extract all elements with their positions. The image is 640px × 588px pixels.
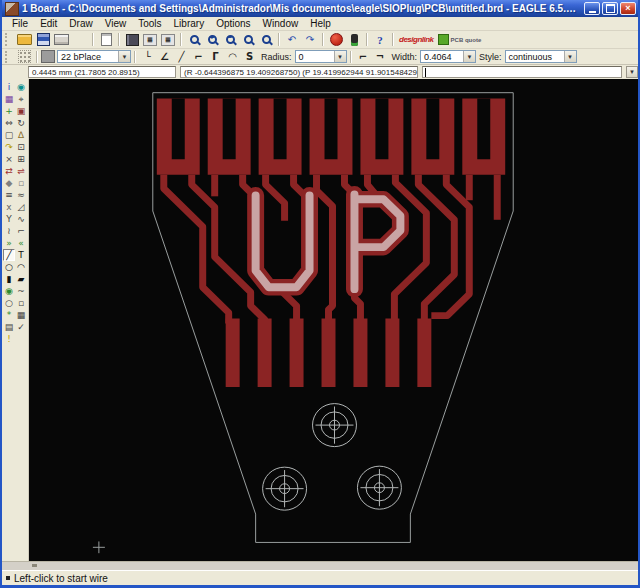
chevron-down-icon[interactable]: ▼ bbox=[118, 51, 130, 62]
tool-move[interactable]: + bbox=[3, 105, 15, 117]
stop-button[interactable] bbox=[327, 32, 345, 47]
tool-text[interactable]: T bbox=[15, 249, 27, 261]
tool-replace[interactable]: ⇌ bbox=[15, 165, 27, 177]
print-button[interactable] bbox=[52, 32, 71, 47]
menu-edit[interactable]: Edit bbox=[34, 18, 63, 29]
wire-bend-2-button[interactable]: ∠ bbox=[156, 49, 173, 65]
copper-fingers[interactable] bbox=[157, 99, 505, 175]
command-input[interactable] bbox=[422, 66, 622, 78]
tool-pinswap[interactable]: ⇄ bbox=[3, 165, 15, 177]
zoom-redraw-button[interactable] bbox=[239, 32, 257, 47]
tool-wire[interactable]: ╱ bbox=[3, 249, 15, 261]
zoom-fit-button[interactable] bbox=[185, 32, 203, 47]
tool-miter[interactable]: ◿ bbox=[15, 201, 27, 213]
tool-change[interactable]: ∆ bbox=[15, 129, 27, 141]
tool-info[interactable]: i bbox=[3, 81, 15, 93]
tool-via[interactable]: ◉ bbox=[3, 285, 15, 297]
board-text-up[interactable] bbox=[256, 194, 401, 289]
chevron-down-icon[interactable]: ▼ bbox=[463, 51, 475, 62]
menu-draw[interactable]: Draw bbox=[63, 18, 98, 29]
tool-value[interactable]: ≈ bbox=[15, 189, 27, 201]
tool-circle[interactable]: ○ bbox=[3, 261, 15, 273]
zoom-in-button[interactable]: + bbox=[203, 32, 221, 47]
ulp-button[interactable]: ≣ bbox=[159, 32, 177, 47]
wire-bend-1-button[interactable]: └ bbox=[139, 49, 156, 65]
grid-button[interactable] bbox=[15, 49, 33, 64]
redo-button[interactable]: ↷ bbox=[301, 32, 319, 47]
maximize-button[interactable] bbox=[602, 2, 618, 15]
tool-auto[interactable]: ▦ bbox=[15, 309, 27, 321]
wire-bend-4-button[interactable]: ⌐ bbox=[190, 49, 207, 65]
menu-library[interactable]: Library bbox=[168, 18, 211, 29]
board-canvas[interactable]: UP bbox=[29, 79, 638, 561]
help-button[interactable]: ? bbox=[371, 32, 389, 47]
copper-pads[interactable] bbox=[226, 319, 432, 387]
tool-mark[interactable]: ⌖ bbox=[15, 93, 27, 105]
drill-targets[interactable] bbox=[263, 404, 402, 511]
zoom-out-button[interactable]: − bbox=[221, 32, 239, 47]
tool-show[interactable]: ◉ bbox=[15, 81, 27, 93]
miter-style-2-button[interactable]: ¬ bbox=[372, 49, 389, 65]
tool-drc[interactable]: ▤ bbox=[3, 321, 15, 333]
tool-junction[interactable]: ▫ bbox=[15, 177, 27, 189]
menu-help[interactable]: Help bbox=[304, 18, 337, 29]
tool-warn[interactable]: ! bbox=[3, 333, 15, 345]
tool-polygon[interactable]: ▰ bbox=[15, 273, 27, 285]
tool-signal[interactable]: ~ bbox=[15, 285, 27, 297]
zoom-select-button[interactable] bbox=[257, 32, 275, 47]
wire-bend-7-button[interactable]: S bbox=[241, 49, 258, 65]
tool-optimize[interactable]: ∿ bbox=[15, 213, 27, 225]
tool-paste[interactable]: ⊡ bbox=[15, 141, 27, 153]
go-button[interactable] bbox=[345, 32, 363, 47]
tool-ripup[interactable]: « bbox=[15, 237, 27, 249]
menu-file[interactable]: File bbox=[6, 18, 34, 29]
menu-options[interactable]: Options bbox=[210, 18, 256, 29]
tool-smash[interactable]: x bbox=[3, 201, 15, 213]
tool-cut[interactable]: ↷ bbox=[3, 141, 15, 153]
tool-copy[interactable]: ▣ bbox=[15, 105, 27, 117]
title-bar[interactable]: 1 Board - C:\Documents and Settings\Admi… bbox=[2, 0, 638, 17]
library-button[interactable] bbox=[123, 32, 141, 47]
tool-hole[interactable]: ○ bbox=[3, 297, 15, 309]
tool-add[interactable]: ⊞ bbox=[15, 153, 27, 165]
menu-tools[interactable]: Tools bbox=[132, 18, 167, 29]
close-button[interactable]: × bbox=[620, 2, 636, 15]
tool-display[interactable]: ▦ bbox=[3, 93, 15, 105]
tool-ratsnest[interactable]: * bbox=[3, 309, 15, 321]
tool-pad[interactable]: ▫ bbox=[15, 297, 27, 309]
copper-traces[interactable] bbox=[164, 175, 497, 324]
tool-meander[interactable]: ≀ bbox=[3, 225, 15, 237]
tool-route[interactable]: » bbox=[3, 237, 15, 249]
menu-window[interactable]: Window bbox=[257, 18, 305, 29]
tool-mirror[interactable]: ⇔ bbox=[3, 117, 15, 129]
command-history-dropdown[interactable]: ▼ bbox=[626, 66, 638, 78]
tool-dimension[interactable]: ⌐ bbox=[15, 225, 27, 237]
open-button[interactable] bbox=[15, 32, 34, 47]
pcb-drawing[interactable]: UP bbox=[29, 79, 638, 561]
pcbquote-button[interactable]: PCB quote bbox=[436, 32, 484, 47]
tool-errors[interactable]: ✓ bbox=[15, 321, 27, 333]
wire-bend-3-button[interactable]: ╱ bbox=[173, 49, 190, 65]
tool-arc[interactable]: ◠ bbox=[15, 261, 27, 273]
designlink-button[interactable]: designlink bbox=[397, 32, 436, 47]
script-button[interactable]: ≣ bbox=[141, 32, 159, 47]
menu-view[interactable]: View bbox=[99, 18, 133, 29]
tool-group[interactable]: ▢ bbox=[3, 129, 15, 141]
cam-processor-button[interactable] bbox=[71, 32, 89, 47]
tool-split[interactable]: Y bbox=[3, 213, 15, 225]
style-select[interactable]: continuous ▼ bbox=[505, 50, 577, 63]
miter-style-1-button[interactable]: ⌐ bbox=[355, 49, 372, 65]
width-select[interactable]: 0.4064 ▼ bbox=[420, 50, 476, 63]
toolbar-grip-2[interactable] bbox=[5, 51, 12, 63]
tool-rect[interactable]: ▮ bbox=[3, 273, 15, 285]
tool-name[interactable]: ≡ bbox=[3, 189, 15, 201]
minimize-button[interactable] bbox=[584, 2, 600, 15]
tool-lock[interactable]: ◆ bbox=[3, 177, 15, 189]
wire-bend-6-button[interactable]: ◠ bbox=[224, 49, 241, 65]
switch-board-button[interactable] bbox=[97, 32, 115, 47]
tool-delete[interactable]: × bbox=[3, 153, 15, 165]
wire-bend-5-button[interactable]: Γ bbox=[207, 49, 224, 65]
save-button[interactable] bbox=[34, 32, 52, 47]
chevron-down-icon[interactable]: ▼ bbox=[564, 51, 576, 62]
undo-button[interactable]: ↶ bbox=[283, 32, 301, 47]
